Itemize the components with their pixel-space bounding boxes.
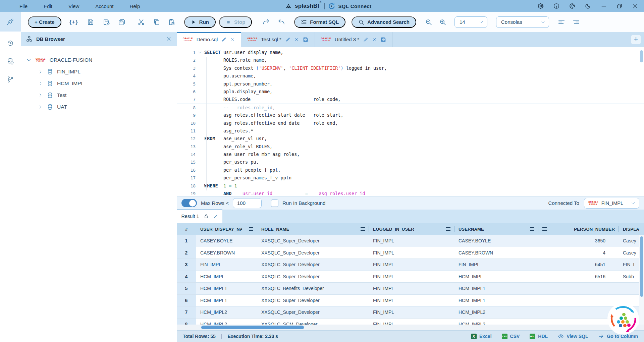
new-tab-button[interactable]: + <box>631 35 641 44</box>
minimize-icon[interactable] <box>600 3 607 9</box>
close-icon[interactable] <box>632 3 639 9</box>
paste-icon[interactable] <box>168 18 175 26</box>
info-icon[interactable] <box>553 3 560 9</box>
menu-view[interactable]: View <box>68 3 79 9</box>
editor-tab[interactable]: ORACLEFUSIONTest.sql * <box>241 32 315 47</box>
align-left-icon[interactable] <box>558 18 565 26</box>
rename-tab-icon[interactable] <box>221 37 227 42</box>
tree-node-fin_impl[interactable]: FIN_IMPL <box>21 66 177 77</box>
max-rows-input[interactable] <box>233 198 262 208</box>
action-hdl[interactable]: HDLHDL <box>530 334 548 339</box>
new-query-icon[interactable]: {+} <box>69 19 78 25</box>
menu-file[interactable]: File <box>19 3 28 9</box>
close-tab-icon[interactable] <box>372 37 377 42</box>
tree-node-hcm_impl[interactable]: HCM_IMPL <box>21 77 177 89</box>
code-line: 6 ppln.display_name, <box>177 88 644 96</box>
editor-tab[interactable]: ORACLEFUSIONDemo.sql <box>177 32 241 47</box>
table-row[interactable]: 8HCM_IMPL2XXSQLC_SCM_DeveloperFIN_IMPLHC… <box>177 319 644 325</box>
close-tab-icon[interactable] <box>294 37 299 42</box>
rename-tab-icon[interactable] <box>285 37 290 42</box>
editor-tab[interactable]: ORACLEFUSIONUntitled 3 * <box>315 32 393 47</box>
close-tab-icon[interactable] <box>230 37 235 42</box>
tree-node-connection[interactable]: ORACLEFUSION ORACLE-FUSION <box>21 54 177 66</box>
action-excel[interactable]: XExcel <box>471 334 492 339</box>
save-as-icon[interactable] <box>103 18 110 26</box>
column-header-displa[interactable]: DISPLA <box>619 223 644 235</box>
column-menu-icon[interactable] <box>530 226 534 232</box>
zoom-out-icon[interactable] <box>425 18 432 26</box>
font-family-select[interactable]: Consolas <box>496 16 549 28</box>
code-text: asg_roles.effective_start_date role_star… <box>204 111 343 119</box>
rename-tab-icon[interactable] <box>363 37 368 42</box>
grid-hscrollbar[interactable] <box>177 325 644 330</box>
undo-icon[interactable] <box>277 18 285 26</box>
column-menu-icon[interactable] <box>361 226 365 232</box>
column-header-user-display-name[interactable]: USER_DISPLAY_NAME <box>196 223 257 235</box>
settings-gear-icon[interactable] <box>537 3 544 9</box>
fold-chevron-icon <box>196 190 204 196</box>
column-menu-icon[interactable] <box>446 226 450 232</box>
connections-tab[interactable] <box>0 12 21 32</box>
redo-icon[interactable] <box>262 18 270 26</box>
close-panel-icon[interactable] <box>166 36 171 42</box>
vscroll-thumb[interactable] <box>640 236 643 297</box>
column-menu-icon[interactable] <box>542 226 547 232</box>
column-header-logged-in-user[interactable]: LOGGED_IN_USER <box>369 223 454 235</box>
action-go-to-column[interactable]: Go to Column <box>598 333 638 339</box>
save-tab-icon[interactable] <box>380 37 386 43</box>
column-header-role-name[interactable]: ROLE_NAME <box>257 223 369 235</box>
lock-icon[interactable] <box>204 214 209 219</box>
hscroll-thumb[interactable] <box>201 326 304 329</box>
history-icon[interactable] <box>7 40 14 47</box>
menu-edit[interactable]: Edit <box>44 3 52 9</box>
action-csv[interactable]: CSVCSV <box>502 334 520 339</box>
grid-vscrollbar[interactable] <box>639 235 644 325</box>
theme-palette-icon[interactable] <box>569 3 576 9</box>
format-sql-button[interactable]: Format SQL <box>294 16 345 28</box>
column-header-username[interactable]: USERNAME <box>454 223 538 235</box>
close-result-icon[interactable] <box>213 214 218 219</box>
column-menu-icon[interactable] <box>249 226 253 232</box>
connection-select[interactable]: ORACLEFUSION FIN_IMPL <box>584 198 639 209</box>
table-row[interactable]: 6HCM_IMPL1XXSQLC_Super_DeveloperFIN_IMPL… <box>177 295 644 307</box>
cut-icon[interactable] <box>138 18 145 26</box>
tree-node-uat[interactable]: UAT <box>21 101 177 113</box>
run-button[interactable]: Run <box>184 16 216 28</box>
result-tab[interactable]: Result 1 <box>177 210 222 223</box>
table-row[interactable]: 3FIN_IMPLXXSQLC_Super_DeveloperFIN_IMPLF… <box>177 259 644 271</box>
menu-help[interactable]: Help <box>129 3 140 9</box>
max-rows-toggle[interactable] <box>181 199 197 207</box>
fold-chevron-icon[interactable] <box>196 49 204 56</box>
chevron-down-icon[interactable] <box>26 57 32 63</box>
column-header-person-number[interactable]: PERSON_NUMBER <box>538 223 619 235</box>
table-row[interactable]: 7HCM_IMPL2XXSQLC_Super_DeveloperFIN_IMPL… <box>177 306 644 319</box>
table-row[interactable]: 5HCM_IMPL1XXSQLC_Benefits_DeveloperFIN_I… <box>177 283 644 295</box>
run-in-background-checkbox[interactable] <box>271 199 278 207</box>
copy-icon[interactable] <box>153 18 160 26</box>
save-all-icon[interactable] <box>118 18 125 26</box>
sql-editor[interactable]: 1SELECT usr.user_display_name,2 ROLES.ro… <box>177 47 644 196</box>
tree-node-test[interactable]: Test <box>21 89 177 101</box>
table-row[interactable]: 2CASEY.BROWNXXSQLC_Super_DeveloperFIN_IM… <box>177 247 644 259</box>
schema-branch-icon[interactable] <box>7 76 14 83</box>
table-row[interactable]: 1CASEY.BOYLEXXSQLC_Super_DeveloperFIN_IM… <box>177 235 644 247</box>
menu-account[interactable]: Account <box>95 3 113 9</box>
save-icon[interactable] <box>87 18 94 26</box>
dark-mode-moon-icon[interactable] <box>585 3 591 9</box>
save-tab-icon[interactable] <box>303 37 309 43</box>
align-right-icon[interactable] <box>573 18 580 26</box>
code-line: 1SELECT usr.user_display_name, <box>177 49 644 56</box>
column-header--[interactable]: # <box>177 223 196 235</box>
table-row[interactable]: 4HCM_IMPLXXSQLC_Super_DeveloperFIN_IMPLH… <box>177 271 644 283</box>
action-view-sql[interactable]: View SQL <box>558 333 588 339</box>
create-button[interactable]: + Create <box>28 16 61 28</box>
stop-button[interactable]: Stop <box>219 16 252 28</box>
toolbar: + Create {+} Run Stop Format SQL Advance… <box>21 12 644 32</box>
restore-icon[interactable] <box>616 3 623 9</box>
font-size-select[interactable]: 14 <box>454 16 487 28</box>
db-refresh-icon[interactable] <box>7 58 14 65</box>
editor-scrollbar[interactable] <box>640 50 643 194</box>
advanced-search-button[interactable]: Advanced Search <box>352 16 416 28</box>
zoom-in-icon[interactable] <box>439 18 446 26</box>
database-icon <box>47 80 53 87</box>
